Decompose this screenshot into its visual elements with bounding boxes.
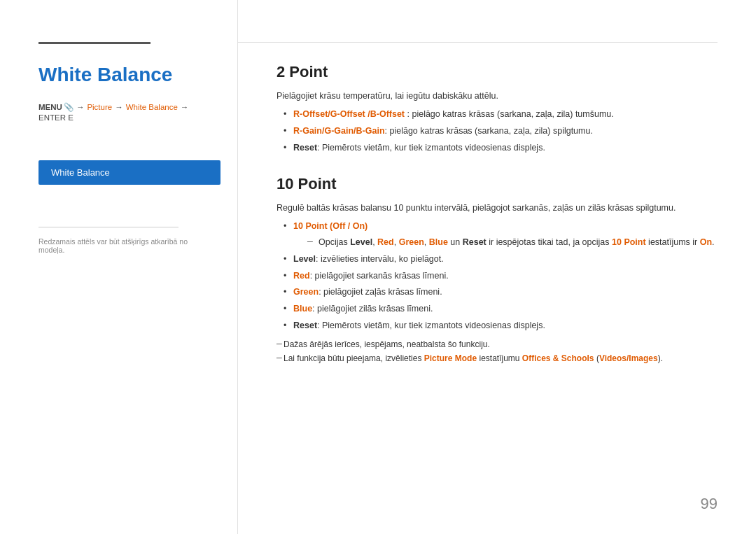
section-10point-intro: Regulē baltās krāsas balansu 10 punktu i… <box>276 203 718 213</box>
list-item-10point: 10 Point (Off / On) Opcijas Level, Red, … <box>284 220 718 249</box>
sidebar-footnote: Redzamais attēls var būt atšķirīgs atkar… <box>38 237 209 254</box>
main-content: 2 Point Pielāgojiet krāsu temperatūru, l… <box>238 0 756 534</box>
item-text: : izvēlieties intervālu, ko pielāgot. <box>316 254 444 264</box>
item-prefix: 10 Point (Off / On) <box>293 221 368 231</box>
sidebar-top-line <box>38 42 150 44</box>
inline-green: Green <box>399 237 424 247</box>
item-text: : pielāgojiet sarkanās krāsas līmeni. <box>310 271 449 281</box>
inline-blue: Blue <box>429 237 448 247</box>
section-2point-intro: Pielāgojiet krāsu temperatūru, lai iegūt… <box>276 91 718 101</box>
inline-10point: 10 Point <box>612 237 646 247</box>
menu-picture: Picture <box>87 103 112 111</box>
note-offices: Offices & Schools <box>522 353 594 363</box>
note-1: Dažas ārējās ierīces, iespējams, neatbal… <box>276 339 718 349</box>
menu-label: MENU <box>38 103 62 111</box>
list-item: R-Offset/G-Offset /B-Offset : pielāgo ka… <box>284 108 718 121</box>
note-picture-mode: Picture Mode <box>424 353 477 363</box>
list-item-blue: Blue: pielāgojiet zilās krāsas līmeni. <box>284 302 718 316</box>
menu-white-balance: White Balance <box>126 103 178 111</box>
item-prefix: R-Offset/G-Offset /B-Offset <box>293 109 405 119</box>
section-10point-title: 10 Point <box>276 175 718 193</box>
item-text: : pielāgojiet zilās krāsas līmeni. <box>312 304 433 314</box>
page-title: White Balance <box>38 63 209 87</box>
page-number: 99 <box>701 495 718 513</box>
item-prefix: Green <box>293 287 318 297</box>
section-10point: 10 Point Regulē baltās krāsas balansu 10… <box>276 175 718 363</box>
menu-arrow: → <box>76 103 85 111</box>
inline-red: Red <box>377 237 394 247</box>
nav-white-balance[interactable]: White Balance <box>38 160 220 185</box>
list-item: Reset: Piemērots vietām, kur tiek izmant… <box>284 141 718 155</box>
item-text: : Piemērots vietām, kur tiek izmantots v… <box>317 143 545 153</box>
item-prefix: Red <box>293 271 310 281</box>
menu-enter: ENTER E <box>38 113 74 122</box>
section-10point-list: 10 Point (Off / On) Opcijas Level, Red, … <box>276 220 718 332</box>
section-2point-list: R-Offset/G-Offset /B-Offset : pielāgo ka… <box>276 108 718 154</box>
menu-arrow2: → <box>115 103 123 111</box>
item-prefix: Reset <box>293 143 317 153</box>
item-text: : Piemērots vietām, kur tiek izmantots v… <box>317 321 545 330</box>
item-prefix: Blue <box>293 304 312 314</box>
item-text: : pielāgo katras krāsas (sarkana, zaļa, … <box>385 126 593 136</box>
list-item: R-Gain/G-Gain/B-Gain: pielāgo katras krā… <box>284 125 718 138</box>
sidebar: White Balance MENU 📎 → Picture → White B… <box>0 0 238 534</box>
section-2point-title: 2 Point <box>276 63 718 81</box>
list-item-level: Level: izvēlieties intervālu, ko pielāgo… <box>284 253 718 266</box>
list-item-red: Red: pielāgojiet sarkanās krāsas līmeni. <box>284 269 718 283</box>
item-prefix: Reset <box>293 321 317 330</box>
sub-list-item: Opcijas Level, Red, Green, Blue un Reset… <box>307 236 718 249</box>
sub-list: Opcijas Level, Red, Green, Blue un Reset… <box>293 236 718 249</box>
section-2point: 2 Point Pielāgojiet krāsu temperatūru, l… <box>276 63 718 154</box>
item-prefix: Level <box>293 254 316 264</box>
inline-reset: Reset <box>463 237 486 247</box>
item-text: : pielāgo katras krāsas (sarkana, zaļa, … <box>405 109 614 119</box>
list-item-reset: Reset: Piemērots vietām, kur tiek izmant… <box>284 319 718 332</box>
sidebar-bottom-line <box>38 227 178 227</box>
note-2: Lai funkcija būtu pieejama, izvēlieties … <box>276 353 718 363</box>
inline-bold: Level <box>350 237 372 247</box>
item-text: : pielāgojiet zaļās krāsas līmeni. <box>318 287 442 297</box>
menu-arrow3: → <box>181 103 189 111</box>
page-container: White Balance MENU 📎 → Picture → White B… <box>0 0 756 534</box>
list-item-green: Green: pielāgojiet zaļās krāsas līmeni. <box>284 286 718 299</box>
top-line <box>238 42 718 43</box>
inline-on: On <box>700 237 712 247</box>
menu-path: MENU 📎 → Picture → White Balance → ENTER… <box>38 102 209 122</box>
menu-symbol: 📎 <box>64 102 74 112</box>
item-prefix: R-Gain/G-Gain/B-Gain <box>293 126 385 136</box>
note-videos: Videos/Images <box>599 353 658 363</box>
